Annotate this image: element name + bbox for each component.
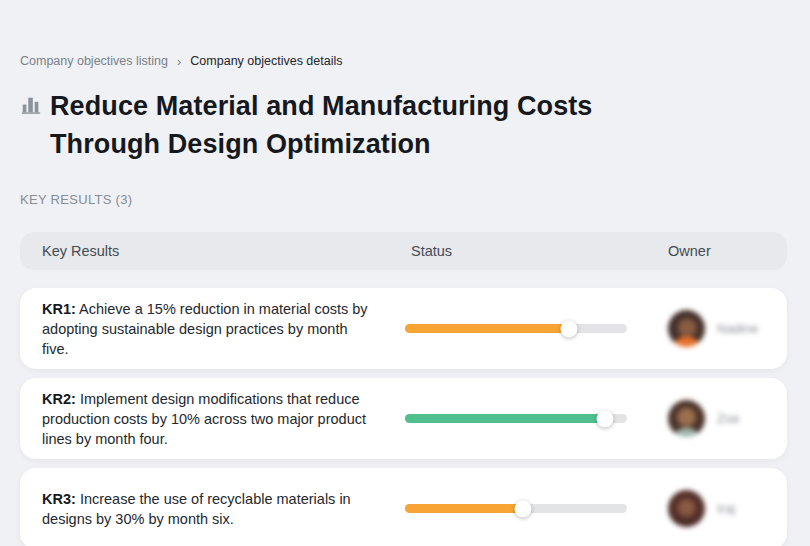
owner-name: Nadine bbox=[717, 321, 758, 336]
kr3-progress-slider[interactable] bbox=[405, 504, 627, 513]
kr1-progress-knob[interactable] bbox=[561, 320, 578, 337]
breadcrumb-objectives-listing[interactable]: Company objectives listing bbox=[20, 54, 168, 68]
kr2-progress-fill bbox=[405, 414, 605, 423]
kr1-description: KR1: Achieve a 15% reduction in material… bbox=[42, 299, 372, 359]
kr3-progress-knob[interactable] bbox=[514, 500, 531, 517]
kr1-label: KR1: bbox=[42, 301, 76, 317]
kr3-label: KR3: bbox=[42, 491, 76, 507]
kr1-status-cell bbox=[405, 324, 668, 333]
kr1-progress-fill bbox=[405, 324, 569, 333]
kr2-progress-knob[interactable] bbox=[596, 410, 613, 427]
avatar bbox=[668, 400, 705, 437]
key-results-count-label: KEY RESULTS (3) bbox=[20, 192, 787, 207]
kr3-text: Increase the use of recyclable materials… bbox=[42, 491, 351, 527]
buildings-icon bbox=[20, 94, 42, 120]
title-row: Reduce Material and Manufacturing Costs … bbox=[20, 87, 787, 163]
key-results-list: KR1: Achieve a 15% reduction in material… bbox=[20, 288, 787, 546]
kr1-owner-cell: Nadine bbox=[668, 310, 787, 347]
kr1-progress-slider[interactable] bbox=[405, 324, 627, 333]
kr2-progress-slider[interactable] bbox=[405, 414, 627, 423]
chevron-right-icon: › bbox=[177, 55, 181, 68]
column-header-status: Status bbox=[405, 243, 668, 259]
avatar bbox=[668, 310, 705, 347]
table-header: Key Results Status Owner bbox=[20, 232, 787, 270]
table-row-kr3[interactable]: KR3: Increase the use of recyclable mate… bbox=[20, 468, 787, 546]
table-row-kr1[interactable]: KR1: Achieve a 15% reduction in material… bbox=[20, 288, 787, 369]
kr2-description: KR2: Implement design modifications that… bbox=[42, 389, 372, 449]
owner-name: Iraj bbox=[717, 501, 735, 516]
column-header-owner: Owner bbox=[668, 243, 787, 259]
kr2-text: Implement design modifications that redu… bbox=[42, 391, 366, 447]
kr3-description: KR3: Increase the use of recyclable mate… bbox=[42, 489, 372, 529]
kr2-owner-cell: Zoe bbox=[668, 400, 787, 437]
avatar bbox=[668, 490, 705, 527]
kr3-progress-fill bbox=[405, 504, 523, 513]
kr1-text: Achieve a 15% reduction in material cost… bbox=[42, 301, 368, 357]
objective-details-page: Company objectives listing › Company obj… bbox=[0, 0, 810, 546]
kr3-status-cell bbox=[405, 504, 668, 513]
table-row-kr2[interactable]: KR2: Implement design modifications that… bbox=[20, 378, 787, 459]
kr3-owner-cell: Iraj bbox=[668, 490, 787, 527]
page-title: Reduce Material and Manufacturing Costs … bbox=[50, 87, 630, 163]
kr2-label: KR2: bbox=[42, 391, 76, 407]
breadcrumb-objectives-details: Company objectives details bbox=[190, 54, 342, 68]
breadcrumb: Company objectives listing › Company obj… bbox=[20, 0, 787, 68]
column-header-key-results: Key Results bbox=[42, 243, 405, 259]
kr2-status-cell bbox=[405, 414, 668, 423]
owner-name: Zoe bbox=[717, 411, 739, 426]
